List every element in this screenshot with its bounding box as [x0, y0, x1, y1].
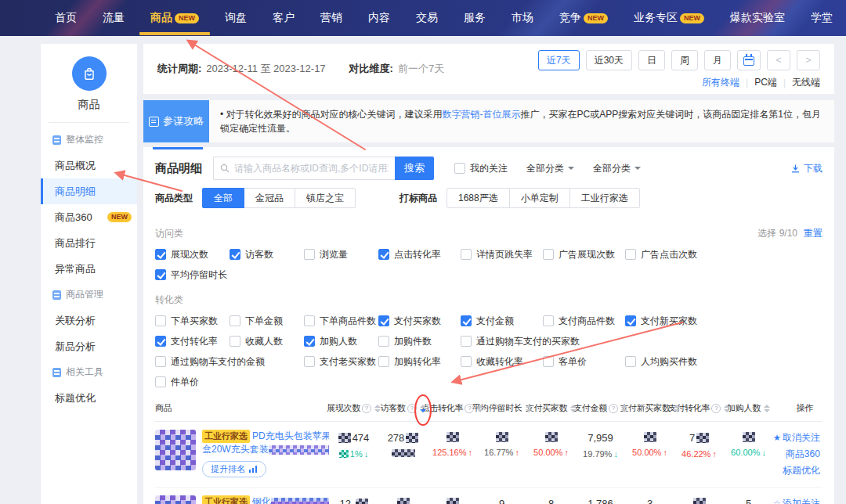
nav-item[interactable]: 商品NEW	[150, 11, 199, 25]
nav-item[interactable]: 学堂	[811, 11, 833, 25]
category-select[interactable]: 全部分类	[593, 162, 641, 175]
terminal-filter[interactable]: 所有终端	[702, 76, 739, 89]
my-follow-checkbox[interactable]: 我的关注	[454, 162, 508, 175]
terminal-filter[interactable]: PC端	[754, 76, 777, 89]
help-icon[interactable]: ?	[609, 404, 618, 413]
metric-checkbox-item[interactable]: 收藏转化率	[461, 355, 543, 368]
nav-item[interactable]: 业务专区NEW	[634, 11, 704, 25]
date-range-button[interactable]: 近7天	[538, 50, 580, 70]
metric-checkbox-item[interactable]: 平均停留时长	[155, 268, 230, 281]
sort-icon[interactable]	[420, 405, 426, 412]
metric-checkbox-item[interactable]: 下单金额	[230, 315, 304, 327]
action-link[interactable]: ★取消关注	[773, 431, 820, 445]
filter-chip[interactable]: 1688严选	[446, 188, 510, 208]
metric-checkbox-item[interactable]: 广告展现次数	[543, 248, 625, 261]
metric-checkbox-item[interactable]: 点击转化率	[378, 248, 461, 261]
metric-checkbox-item[interactable]: 访客数	[230, 248, 304, 261]
help-icon[interactable]: ?	[407, 404, 417, 413]
filter-chip[interactable]: 工业行家选	[569, 188, 640, 208]
action-link[interactable]: ☆添加关注	[773, 497, 820, 504]
category-select[interactable]: 全部分类	[526, 162, 574, 175]
sidebar-item[interactable]: 商品排行	[41, 230, 137, 256]
search-button[interactable]: 搜索	[395, 157, 434, 180]
nav-item[interactable]: 服务	[464, 11, 486, 25]
metric-checkbox-item[interactable]: 通过购物车支付的金额	[155, 355, 304, 368]
sidebar-item[interactable]: 整体监控	[41, 127, 137, 153]
product-title-link[interactable]: PD充电头包装苹果PD线包装	[252, 430, 329, 441]
terminal-filter[interactable]: 无线端	[792, 76, 820, 89]
calendar-button[interactable]	[737, 50, 761, 70]
product-title-link[interactable]: 钢化	[252, 496, 271, 504]
sidebar-item[interactable]: 商品管理	[41, 282, 137, 308]
sort-icon[interactable]	[764, 405, 770, 412]
download-link[interactable]: 下载	[791, 162, 822, 175]
boost-rank-button[interactable]: 提升排名	[202, 461, 266, 477]
metric-change: 1%	[350, 449, 363, 459]
nav-item[interactable]: 首页	[55, 11, 77, 25]
metric-checkbox-item[interactable]: 支付金额	[461, 315, 543, 327]
metric-checkbox-item[interactable]: 通过购物车支付的买家数	[461, 335, 625, 347]
date-range-button[interactable]: 日	[638, 50, 665, 70]
metric-checkbox-item[interactable]: 支付新买家数	[625, 315, 822, 327]
metric-checkbox-item[interactable]: 加购件数	[378, 335, 461, 347]
metric-checkbox-item[interactable]: 支付转化率	[155, 335, 230, 347]
product-title-link[interactable]: 盒20W充头套装	[202, 444, 269, 455]
sort-icon[interactable]	[674, 405, 680, 412]
filter-chip[interactable]: 小单定制	[509, 188, 570, 208]
metric-checkbox-item[interactable]: 下单商品件数	[304, 315, 378, 327]
filter-chip[interactable]: 金冠品	[244, 188, 295, 208]
nav-item[interactable]: 市场	[512, 11, 533, 25]
reset-link[interactable]: 重置	[804, 227, 822, 240]
nav-item[interactable]: 爆款实验室	[730, 11, 785, 25]
sidebar-item[interactable]: 标题优化	[41, 385, 137, 411]
sort-icon[interactable]	[724, 405, 730, 412]
metric-checkbox-item[interactable]: 浏览量	[304, 248, 378, 261]
nav-item[interactable]: 交易	[416, 11, 438, 25]
nav-item[interactable]: 流量	[103, 11, 125, 25]
metric-checkbox-item[interactable]: 客单价	[543, 355, 625, 368]
nav-item[interactable]: 营销	[320, 11, 342, 25]
metric-checkbox-item[interactable]: 下单买家数	[155, 315, 230, 327]
sidebar-item[interactable]: 相关工具	[41, 359, 137, 385]
sort-icon[interactable]	[621, 405, 627, 412]
metric-checkbox-item[interactable]: 人均购买件数	[625, 355, 822, 368]
metric-checkbox-item[interactable]: 加购转化率	[378, 355, 461, 368]
metric-checkbox-item[interactable]: 广告点击次数	[625, 248, 822, 261]
filter-chip[interactable]: 全部	[202, 188, 244, 208]
sort-icon[interactable]	[374, 405, 381, 412]
sidebar-item[interactable]: 异常商品	[41, 256, 137, 282]
filter-chip[interactable]: 镇店之宝	[295, 188, 356, 208]
metric-checkbox-item[interactable]: 支付商品件数	[543, 315, 625, 327]
sidebar-item[interactable]: 商品360NEW	[41, 204, 137, 230]
metric-checkbox-item[interactable]: 详情页跳失率	[461, 248, 543, 261]
sidebar-item[interactable]: 关联分析	[41, 308, 137, 333]
date-range-button[interactable]: 近30天	[586, 50, 632, 70]
help-icon[interactable]: ?	[711, 404, 721, 413]
sort-icon[interactable]	[477, 405, 483, 412]
prev-period-button[interactable]: <	[767, 50, 790, 70]
action-link[interactable]: 商品360	[786, 448, 820, 461]
nav-item[interactable]: 内容	[368, 11, 390, 25]
date-range-button[interactable]: 周	[671, 50, 698, 70]
metric-checkbox-item[interactable]: 加购人数	[304, 335, 378, 347]
metric-checkbox-item[interactable]: 收藏人数	[230, 335, 304, 347]
metric-checkbox-item[interactable]: 件单价	[155, 376, 230, 388]
nav-item[interactable]: 询盘	[225, 11, 247, 25]
product-search-input[interactable]	[234, 163, 389, 174]
sort-icon[interactable]	[526, 405, 532, 412]
metric-checkbox-item[interactable]: 支付老买家数	[304, 355, 378, 368]
sidebar-item[interactable]: 新品分析	[41, 333, 137, 359]
sidebar-item[interactable]: 商品概况	[41, 153, 137, 178]
nav-item[interactable]: 客户	[273, 11, 295, 25]
help-icon[interactable]: ?	[362, 404, 371, 413]
metric-checkbox-item[interactable]: 展现次数	[155, 248, 230, 261]
sort-icon[interactable]	[570, 405, 577, 412]
date-range-button[interactable]: 月	[704, 50, 731, 70]
tip-link[interactable]: 数字营销-首位展示	[443, 109, 521, 120]
strategy-tag-button[interactable]: 参谋攻略	[143, 100, 209, 142]
action-link[interactable]: 标题优化	[783, 464, 820, 477]
nav-item[interactable]: 竞争NEW	[559, 11, 608, 25]
next-period-button[interactable]: >	[797, 50, 820, 70]
metric-checkbox-item[interactable]: 支付买家数	[378, 315, 461, 327]
sidebar-item[interactable]: 商品明细	[41, 178, 137, 204]
